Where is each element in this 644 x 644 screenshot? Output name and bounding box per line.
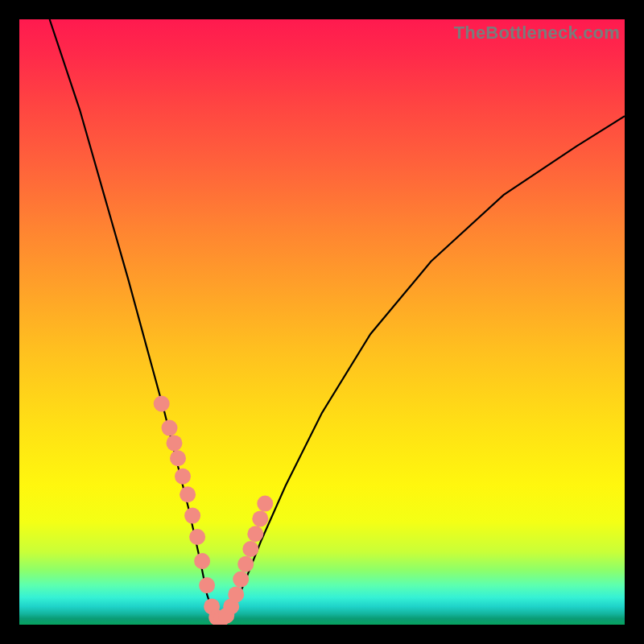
marker-dot (162, 420, 178, 436)
marker-dot (252, 510, 268, 526)
marker-dot (257, 496, 273, 512)
watermark-text: TheBottleneck.com (454, 23, 620, 43)
marker-dot (247, 526, 263, 542)
marker-dot (180, 486, 196, 502)
curve-layer (19, 19, 625, 625)
marker-dot (194, 553, 210, 569)
bottleneck-curve (50, 19, 625, 619)
marker-dot (189, 529, 205, 545)
marker-dot (233, 572, 249, 588)
chart-area: TheBottleneck.com (19, 19, 625, 625)
marker-dot (242, 541, 258, 557)
marker-dot (154, 396, 170, 412)
marker-group (154, 396, 274, 625)
marker-dot (175, 469, 191, 485)
marker-dot (237, 556, 254, 572)
marker-dot (199, 577, 215, 593)
marker-dot (170, 450, 186, 466)
marker-dot (228, 586, 244, 602)
marker-dot (184, 508, 200, 524)
marker-dot (167, 435, 183, 451)
